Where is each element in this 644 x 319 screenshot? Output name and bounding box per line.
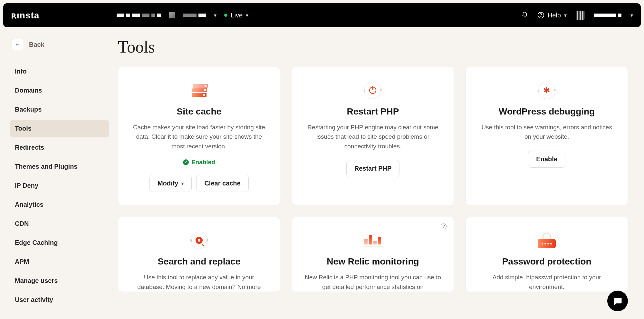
back-label: Back bbox=[29, 41, 44, 48]
restart-icon bbox=[364, 82, 381, 99]
sidebar-item-manage-users[interactable]: Manage users bbox=[10, 272, 109, 290]
sidebar-item-backups[interactable]: Backups bbox=[10, 101, 109, 118]
magnifier-icon bbox=[196, 237, 203, 244]
avatar[interactable] bbox=[576, 11, 585, 20]
bar-chart-icon bbox=[362, 234, 383, 247]
help-label: Help bbox=[548, 12, 561, 19]
card-title: Site cache bbox=[177, 106, 222, 117]
card-desc: Use this tool to see warnings, errors an… bbox=[477, 123, 616, 142]
sidebar-item-themes-plugins[interactable]: Themes and Plugins bbox=[10, 158, 109, 175]
card-new-relic: ? New Relic monitoring New Relic is a PH… bbox=[292, 217, 454, 292]
chevron-down-icon: ▾ bbox=[181, 181, 184, 186]
question-circle-icon[interactable]: ? bbox=[441, 224, 447, 229]
sidebar-item-domains[interactable]: Domains bbox=[10, 82, 109, 99]
site-name-redacted[interactable] bbox=[183, 14, 206, 17]
card-desc: Add simple .htpasswd protection to your … bbox=[477, 273, 616, 292]
sidebar-item-apm[interactable]: APM bbox=[10, 253, 109, 271]
card-desc: Use this tool to replace any value in yo… bbox=[130, 273, 268, 292]
status-dot-icon bbox=[224, 14, 227, 17]
tools-grid: Site cache Cache makes your site load fa… bbox=[118, 67, 628, 292]
enable-button[interactable]: Enable bbox=[528, 151, 565, 168]
card-desc: New Relic is a PHP monitoring tool you c… bbox=[304, 273, 442, 292]
card-desc: Restarting your PHP engine may clear out… bbox=[304, 123, 442, 151]
help-menu[interactable]: Help ▾ bbox=[537, 12, 567, 19]
chat-fab[interactable] bbox=[607, 291, 628, 311]
card-title: Restart PHP bbox=[347, 106, 399, 117]
sidebar-item-tools[interactable]: Tools bbox=[10, 120, 109, 137]
card-title: Search and replace bbox=[158, 256, 240, 267]
sidebar-item-ip-deny[interactable]: IP Deny bbox=[10, 177, 109, 194]
logo-kinsta: ʀınsta bbox=[11, 10, 39, 21]
servers-icon bbox=[192, 84, 207, 97]
page-title: Tools bbox=[118, 37, 628, 56]
environment-switcher[interactable]: Live ▾ bbox=[224, 12, 248, 19]
status-enabled: ✓ Enabled bbox=[183, 159, 215, 166]
power-icon bbox=[369, 87, 376, 94]
card-desc: Cache makes your site load faster by sto… bbox=[130, 123, 268, 151]
site-icon bbox=[169, 12, 175, 18]
card-title: New Relic monitoring bbox=[327, 256, 419, 267]
bug-circle-icon: ✱ bbox=[538, 82, 555, 99]
breadcrumb-redacted[interactable] bbox=[117, 14, 161, 17]
sidebar-item-redirects[interactable]: Redirects bbox=[10, 139, 109, 156]
sidebar-item-info[interactable]: Info bbox=[10, 63, 109, 80]
sidebar-item-edge-caching[interactable]: Edge Caching bbox=[10, 234, 109, 252]
sidebar-item-user-activity[interactable]: User activity bbox=[10, 291, 109, 309]
sidebar-item-analytics[interactable]: Analytics bbox=[10, 196, 109, 214]
arrow-left-icon: ← bbox=[14, 41, 20, 48]
bug-icon: ✱ bbox=[543, 85, 550, 95]
card-password-protection: Password protection Add simple .htpasswd… bbox=[466, 217, 628, 292]
username-redacted[interactable] bbox=[594, 14, 621, 17]
card-title: Password protection bbox=[502, 256, 591, 267]
environment-label: Live bbox=[231, 12, 243, 19]
bell-icon[interactable] bbox=[521, 11, 528, 20]
main-content: Tools Site cache Cache makes your site l… bbox=[113, 27, 641, 316]
check-circle-icon: ✓ bbox=[183, 159, 189, 165]
magnifier-circle-icon bbox=[190, 232, 208, 249]
card-site-cache: Site cache Cache makes your site load fa… bbox=[118, 67, 280, 205]
restart-php-button[interactable]: Restart PHP bbox=[346, 160, 400, 177]
chat-icon bbox=[613, 296, 622, 306]
modify-button[interactable]: Modify ▾ bbox=[149, 175, 192, 192]
lock-icon bbox=[538, 233, 556, 248]
question-circle-icon bbox=[537, 12, 544, 19]
chevron-down-icon: ▾ bbox=[246, 12, 248, 18]
card-restart-php: Restart PHP Restarting your PHP engine m… bbox=[292, 67, 454, 205]
chevron-down-icon: ▾ bbox=[564, 12, 567, 18]
back-button[interactable]: ← bbox=[12, 39, 23, 50]
sidebar: ← Back Info Domains Backups Tools Redire… bbox=[3, 27, 113, 316]
chevron-down-icon[interactable]: ▾ bbox=[214, 12, 216, 18]
clear-cache-button[interactable]: Clear cache bbox=[196, 175, 248, 192]
card-search-replace: Search and replace Use this tool to repl… bbox=[118, 217, 280, 292]
topbar: ʀınsta ▾ Live ▾ bbox=[3, 3, 641, 27]
card-title: WordPress debugging bbox=[499, 106, 595, 117]
card-wp-debugging: ✱ WordPress debugging Use this tool to s… bbox=[466, 67, 628, 205]
sidebar-item-cdn[interactable]: CDN bbox=[10, 215, 109, 233]
chevron-down-icon[interactable]: ▾ bbox=[630, 12, 633, 18]
svg-point-1 bbox=[541, 16, 541, 17]
